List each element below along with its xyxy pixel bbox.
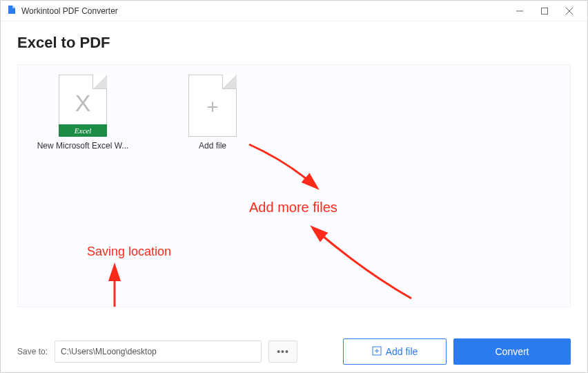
- annotation-arrow-vert-icon: [104, 262, 132, 310]
- minimize-button[interactable]: [507, 1, 532, 21]
- content: Excel to PDF X Excel New Microsoft Excel…: [1, 21, 587, 307]
- annotation-add-more: Add more files: [249, 200, 337, 216]
- add-file-button[interactable]: Add file: [343, 338, 447, 365]
- svg-rect-1: [542, 8, 548, 14]
- app-logo-icon: [6, 4, 17, 18]
- save-to-label: Save to:: [17, 347, 48, 356]
- save-path-input[interactable]: [55, 341, 262, 363]
- annotation-saving-location: Saving location: [87, 245, 171, 259]
- add-file-button-label: Add file: [386, 346, 418, 357]
- file-tile[interactable]: X Excel New Microsoft Excel W...: [35, 75, 131, 151]
- convert-button[interactable]: Convert: [453, 338, 571, 365]
- browse-button[interactable]: •••: [268, 341, 297, 363]
- add-file-icon: +: [188, 75, 237, 137]
- app-window: Workintool PDF Converter Excel to PDF X …: [0, 0, 588, 373]
- file-area: X Excel New Microsoft Excel W... + Add f…: [17, 64, 571, 307]
- tile-row: X Excel New Microsoft Excel W... + Add f…: [35, 75, 553, 151]
- footer: Save to: ••• Add file Convert: [17, 338, 571, 365]
- app-title: Workintool PDF Converter: [21, 6, 507, 16]
- file-name: New Microsoft Excel W...: [35, 141, 131, 151]
- convert-button-label: Convert: [495, 346, 529, 357]
- annotation-arrow-up-icon: [308, 222, 432, 305]
- add-file-tile[interactable]: + Add file: [164, 75, 261, 151]
- excel-file-icon: X Excel: [59, 75, 107, 137]
- add-file-plus-icon: [372, 346, 382, 358]
- close-button[interactable]: [557, 1, 582, 21]
- maximize-button[interactable]: [532, 1, 557, 21]
- page-title: Excel to PDF: [17, 34, 571, 52]
- add-file-tile-label: Add file: [164, 141, 261, 151]
- excel-badge: Excel: [59, 124, 107, 137]
- titlebar: Workintool PDF Converter: [1, 1, 587, 21]
